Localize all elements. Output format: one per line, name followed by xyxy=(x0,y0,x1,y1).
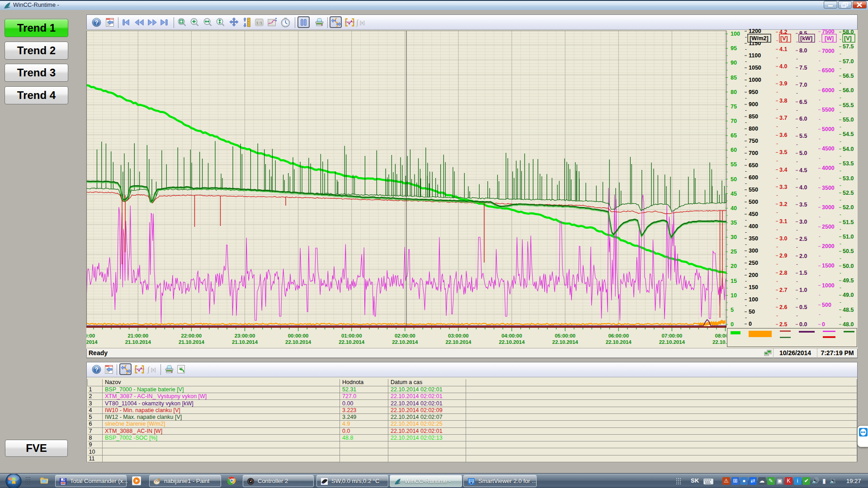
svg-text:3.8: 3.8 xyxy=(779,98,787,104)
svg-text:90: 90 xyxy=(731,60,737,66)
svg-text:53.0: 53.0 xyxy=(843,175,854,182)
svg-text:50.0: 50.0 xyxy=(843,263,854,269)
svg-text:55.5: 55.5 xyxy=(843,102,854,108)
svg-text:3.7: 3.7 xyxy=(779,115,787,121)
svg-text:4000: 4000 xyxy=(822,165,835,171)
svg-text:1.0: 1.0 xyxy=(799,287,807,293)
svg-text:350: 350 xyxy=(749,235,758,242)
svg-text:2.9: 2.9 xyxy=(779,253,787,259)
svg-text:00:00:00: 00:00:00 xyxy=(288,333,309,338)
svg-text:21.10.2014: 21.10.2014 xyxy=(232,339,258,345)
svg-text:200: 200 xyxy=(749,272,758,278)
svg-text:75: 75 xyxy=(731,103,737,110)
svg-text:23:00:00: 23:00:00 xyxy=(235,333,255,338)
svg-text:6500: 6500 xyxy=(822,67,835,74)
svg-text:3.4: 3.4 xyxy=(779,167,787,173)
svg-text:6.5: 6.5 xyxy=(799,99,807,105)
svg-text:52.0: 52.0 xyxy=(843,204,854,211)
svg-text:21.10.2014: 21.10.2014 xyxy=(179,339,205,345)
svg-text:50: 50 xyxy=(749,309,755,315)
svg-text:7.5: 7.5 xyxy=(799,65,807,71)
svg-text:45: 45 xyxy=(731,191,737,197)
svg-text:3500: 3500 xyxy=(822,185,835,191)
svg-text:70: 70 xyxy=(731,118,737,124)
svg-text:400: 400 xyxy=(749,223,758,230)
svg-text:150: 150 xyxy=(749,284,758,291)
svg-text:2.0: 2.0 xyxy=(799,253,807,259)
svg-text:600: 600 xyxy=(749,174,758,181)
svg-text:6000: 6000 xyxy=(822,87,835,94)
svg-text:50.5: 50.5 xyxy=(843,248,854,254)
svg-text:[W]: [W] xyxy=(825,35,834,42)
svg-text:55.0: 55.0 xyxy=(843,117,854,123)
svg-text:4.5: 4.5 xyxy=(799,167,807,174)
svg-text:2.8: 2.8 xyxy=(779,270,787,276)
svg-text:7000: 7000 xyxy=(822,48,835,54)
svg-text:500: 500 xyxy=(749,199,758,205)
svg-text:3.3: 3.3 xyxy=(779,184,787,190)
svg-text:3.6: 3.6 xyxy=(779,132,787,138)
svg-text:2.6: 2.6 xyxy=(779,304,787,310)
svg-text:2000: 2000 xyxy=(822,243,835,249)
svg-text:49.5: 49.5 xyxy=(843,277,854,284)
svg-text:[V]: [V] xyxy=(844,35,852,42)
svg-text:22.10.2014: 22.10.2014 xyxy=(552,339,579,345)
svg-text:53.5: 53.5 xyxy=(843,160,854,167)
svg-text:40: 40 xyxy=(731,205,737,211)
svg-text:65: 65 xyxy=(731,132,737,139)
svg-text:850: 850 xyxy=(749,113,758,120)
svg-text:1050: 1050 xyxy=(749,65,761,71)
svg-text:30: 30 xyxy=(731,234,737,240)
svg-text:2.7: 2.7 xyxy=(779,287,787,293)
svg-text:05:00:00: 05:00:00 xyxy=(555,333,576,338)
svg-text:95: 95 xyxy=(731,45,737,52)
svg-text:3.5: 3.5 xyxy=(799,202,807,208)
svg-text:35: 35 xyxy=(731,220,737,226)
svg-text:3.2: 3.2 xyxy=(779,201,787,207)
svg-text:1200: 1200 xyxy=(749,28,761,34)
svg-text:550: 550 xyxy=(749,187,758,193)
svg-text:21.10.2014: 21.10.2014 xyxy=(125,339,151,345)
svg-text:3.0: 3.0 xyxy=(779,235,787,242)
svg-text:56.0: 56.0 xyxy=(843,87,854,94)
svg-text:80: 80 xyxy=(731,89,737,95)
svg-text:02:00:00: 02:00:00 xyxy=(395,333,415,338)
svg-text:01:00:00: 01:00:00 xyxy=(341,333,362,338)
svg-text:54.0: 54.0 xyxy=(843,146,854,152)
svg-text:54.5: 54.5 xyxy=(843,131,854,137)
svg-text:57.5: 57.5 xyxy=(843,43,854,50)
svg-text:4.0: 4.0 xyxy=(779,63,787,70)
svg-text:700: 700 xyxy=(749,150,758,156)
svg-text:56.5: 56.5 xyxy=(843,73,854,79)
svg-text:20:00:00: 20:00:00 xyxy=(74,333,95,338)
svg-text:21.10.2014: 21.10.2014 xyxy=(72,339,98,345)
svg-text:[W/m2]: [W/m2] xyxy=(750,35,769,42)
svg-text:2500: 2500 xyxy=(822,224,835,230)
svg-text:0.0: 0.0 xyxy=(799,321,807,328)
svg-text:3.5: 3.5 xyxy=(779,149,787,155)
svg-text:22:00:00: 22:00:00 xyxy=(181,333,202,338)
svg-text:55: 55 xyxy=(731,161,737,168)
svg-text:8.0: 8.0 xyxy=(799,47,807,54)
svg-text:100: 100 xyxy=(749,296,758,303)
svg-text:750: 750 xyxy=(749,138,758,144)
svg-text:1000: 1000 xyxy=(749,77,761,83)
svg-text:2.5: 2.5 xyxy=(779,321,787,328)
svg-text:10: 10 xyxy=(731,292,737,299)
svg-text:5.0: 5.0 xyxy=(799,150,807,156)
svg-text:22.10.2014: 22.10.2014 xyxy=(285,339,311,345)
svg-text:22.10.2014: 22.10.2014 xyxy=(499,339,525,345)
svg-text:4500: 4500 xyxy=(822,145,835,152)
svg-text:06:00:00: 06:00:00 xyxy=(608,333,629,338)
svg-text:1.5: 1.5 xyxy=(799,270,807,276)
svg-text:57.0: 57.0 xyxy=(843,58,854,65)
svg-text:500: 500 xyxy=(822,302,831,308)
svg-text:22.10.2014: 22.10.2014 xyxy=(606,339,632,345)
svg-text:300: 300 xyxy=(749,248,758,254)
svg-text:48.0: 48.0 xyxy=(843,321,854,328)
svg-text:48.5: 48.5 xyxy=(843,307,854,313)
svg-text:22.10.2014: 22.10.2014 xyxy=(392,339,418,345)
svg-text:1100: 1100 xyxy=(749,52,761,59)
svg-text:22.10.2014: 22.10.2014 xyxy=(659,339,685,345)
svg-text:51.0: 51.0 xyxy=(843,234,854,240)
